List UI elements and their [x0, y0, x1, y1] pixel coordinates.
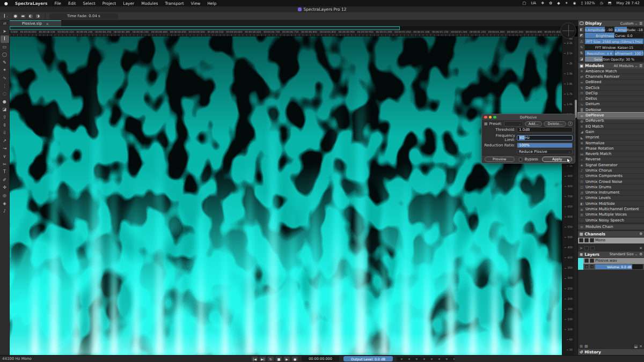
output-level-slider[interactable]: Output Level: 0.0 dB: [343, 356, 393, 361]
fft-window-selector[interactable]: FFT Window: Kaiser-15: [585, 45, 643, 50]
tool-button[interactable]: ▭: [1, 43, 9, 50]
channels-toolbar-button-2[interactable]: [590, 246, 595, 250]
menu-layer[interactable]: Layer: [123, 1, 134, 6]
group-layer-icon[interactable]: ▤: [584, 344, 588, 349]
preset-add-button[interactable]: Add...: [525, 121, 543, 127]
brightness-curve-slider[interactable]: Brightness Curve: 0.0: [585, 33, 643, 38]
menu-view[interactable]: View: [191, 1, 201, 6]
tool-button[interactable]: ●: [1, 98, 9, 105]
module-item[interactable]: ◉ DePlosive: [578, 113, 644, 118]
status-item[interactable]: ◆: [557, 1, 560, 5]
selection-mode-button[interactable]: ◐: [27, 13, 34, 19]
reduction-ratio-slider[interactable]: 100%: [517, 143, 573, 148]
module-item[interactable]: ⋈ Reverb Match: [578, 151, 644, 157]
overview-visible-window[interactable]: [10, 26, 400, 30]
module-item[interactable]: ◣ Imprint: [578, 135, 644, 141]
menu-project[interactable]: Project: [103, 1, 116, 6]
current-tool-indicator[interactable]: I ⌄: [2, 13, 10, 19]
status-item[interactable]: ◷: [600, 1, 603, 5]
modules-menu-icon[interactable]: ☰: [639, 64, 642, 68]
transport-button[interactable]: ↻: [267, 356, 274, 361]
display-menu-icon[interactable]: ☰: [639, 21, 642, 26]
channel-button-1[interactable]: [579, 238, 583, 242]
max-amplitude-slider[interactable]: Max Amplitude: -18 dB: [614, 27, 643, 32]
resolution-slider[interactable]: Resolution: x 4: [585, 50, 614, 56]
transport-button[interactable]: ▶|: [259, 356, 266, 361]
tool-button[interactable]: ⋮: [1, 82, 9, 90]
module-item[interactable]: ☰ Unmix Multiple Voices: [578, 212, 644, 218]
module-item[interactable]: ↯ DeClick: [578, 85, 644, 91]
threshold-input[interactable]: 1.0dB: [517, 127, 573, 132]
zoom-window-button[interactable]: [493, 116, 496, 119]
navigation-wheel[interactable]: [560, 23, 576, 39]
menu-app-name[interactable]: SpectraLayers: [15, 1, 47, 6]
module-item[interactable]: ⊞ Unmix Multichannel Content: [578, 206, 644, 212]
layer-row-plosive[interactable]: Plosive.wav ⊘ ∩ Volume: 0.0 dB: [578, 258, 644, 270]
menu-edit[interactable]: Edit: [68, 1, 76, 6]
modules-filter-dropdown[interactable]: All Modules ⌄: [614, 64, 638, 68]
tool-button[interactable]: ✂: [1, 160, 9, 168]
import-icon[interactable]: ⬓: [634, 344, 638, 349]
status-item[interactable]: ⬒: [608, 1, 612, 5]
preset-delete-button[interactable]: Delete...: [544, 121, 566, 127]
module-item[interactable]: ∴ Unmix Noisy Speech: [578, 218, 644, 223]
module-item[interactable]: ☷ Unmix Crowd Noise: [578, 179, 644, 184]
module-item[interactable]: ⧉ Modules Chain: [578, 224, 644, 230]
tool-button[interactable]: ♪: [1, 208, 9, 215]
tool-button[interactable]: ◎: [1, 191, 9, 199]
tool-button[interactable]: ⇕: [1, 121, 9, 129]
tool-button[interactable]: ✶: [1, 67, 9, 74]
module-item[interactable]: ♪ Unmix Chorus: [578, 168, 644, 173]
status-item[interactable]: ▢: [523, 1, 526, 5]
layer-solo-button[interactable]: [590, 258, 594, 263]
tool-button[interactable]: ⇧: [1, 114, 9, 121]
preview-button[interactable]: Preview: [485, 157, 515, 162]
channel-row-mono[interactable]: Mono: [578, 238, 644, 243]
selection-mode-button[interactable]: ▬: [20, 13, 26, 19]
frequency-limit-input[interactable]: 80 Hz: [517, 135, 573, 141]
selection-opacity-slider[interactable]: Selection Opacity: 30 %: [585, 56, 643, 62]
module-item[interactable]: ⬡ Unmix Components: [578, 174, 644, 179]
min-amplitude-slider[interactable]: Min Amplitude: -90 dB: [585, 27, 614, 32]
selection-mode-button[interactable]: ◑: [35, 13, 41, 19]
module-item[interactable]: ◢ Gain: [578, 129, 644, 135]
tool-button[interactable]: ◈: [1, 200, 9, 207]
module-item[interactable]: ≈ DeBleed: [578, 80, 644, 85]
tool-button[interactable]: ◌: [1, 90, 9, 98]
timeline-overview[interactable]: [10, 26, 562, 30]
tool-button[interactable]: ◯: [1, 51, 9, 58]
tab-scroll-control[interactable]: ⇄: [0, 20, 10, 26]
module-item[interactable]: ◈ Signal Generator: [578, 162, 644, 168]
tool-button[interactable]: ◪: [1, 106, 9, 113]
tool-button[interactable]: T: [1, 168, 9, 176]
module-item[interactable]: ≋ EQ Match: [578, 124, 644, 129]
dialog-title-bar[interactable]: DePlosive: [482, 114, 575, 120]
layer-volume-slider[interactable]: Volume: 0.0 dB: [595, 264, 643, 269]
fft-size-slider[interactable]: FFT Size: 2560 smp (58ms/17Hz): [585, 39, 643, 44]
module-item[interactable]: « Reverse: [578, 157, 644, 162]
tool-button[interactable]: ↗: [1, 137, 9, 144]
tab-plosive[interactable]: Plosive.slp ✕: [10, 20, 61, 26]
transport-button[interactable]: ■: [275, 356, 282, 361]
playback-mode-icon[interactable]: ≻: [580, 246, 583, 250]
layer-curve-button[interactable]: ∩: [590, 264, 594, 269]
module-item[interactable]: ⊓ DeClip: [578, 91, 644, 96]
transport-button[interactable]: ▶: [283, 356, 290, 361]
apple-menu-icon[interactable]: ●: [4, 1, 8, 6]
time-ruler[interactable]: 0.00000:00:00.05000:00:00.10000:00:00.15…: [10, 30, 562, 36]
tab-close-icon[interactable]: ✕: [46, 22, 49, 26]
tool-button[interactable]: ∨: [1, 153, 9, 160]
menu-select[interactable]: Select: [83, 1, 95, 6]
layers-settings-icon[interactable]: ⚙: [639, 252, 642, 256]
selection-mode-button[interactable]: ●: [12, 13, 19, 19]
status-item[interactable]: ▯ 102%: [581, 1, 595, 5]
menu-transport[interactable]: Transport: [165, 1, 184, 6]
time-fade-field[interactable]: Time Fade: 0.04 s: [49, 13, 118, 19]
refinement-slider[interactable]: Refinement: 100 %: [614, 50, 643, 56]
frequency-ruler[interactable]: Hz 2.2k2.1k2k1.9k1.8k1.7k1.6k1.5k1.4k1.3…: [562, 26, 574, 355]
module-item[interactable]: ◍ DeReverb: [578, 119, 644, 124]
help-icon[interactable]: ?: [568, 121, 573, 126]
transport-button[interactable]: ●: [291, 356, 298, 361]
tool-button[interactable]: ⇩: [1, 129, 9, 137]
module-item[interactable]: ⇄ Channels Remixer: [578, 74, 644, 79]
